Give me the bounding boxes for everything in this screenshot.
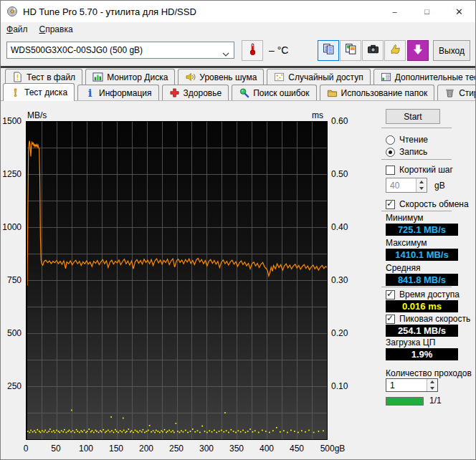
left-axis-unit: MB/s <box>27 110 47 120</box>
burst-rate-checkbox[interactable] <box>386 315 395 324</box>
health-icon <box>169 87 180 98</box>
separator <box>381 128 452 128</box>
tab-erase[interactable]: Стирание <box>437 85 476 100</box>
folder-usage-icon <box>327 87 338 98</box>
passes-stepper[interactable]: 1 <box>386 378 438 392</box>
spin-down-icon[interactable] <box>427 385 437 392</box>
bottom-tick: 400 <box>260 444 274 454</box>
stride-spin-buttons[interactable] <box>416 178 427 192</box>
screenshot-button[interactable] <box>362 40 384 61</box>
tab-disk-monitor[interactable]: Монитор Диска <box>85 69 175 85</box>
average-value: 841.8 MB/s <box>386 274 458 286</box>
bottom-tick: 0 <box>24 444 29 454</box>
donate-hand-icon <box>389 43 401 58</box>
benchmark-chart <box>26 121 328 440</box>
checkbox-transfer-rate[interactable]: Скорость обмена <box>386 199 469 209</box>
access-time-label: Время доступа <box>399 289 460 300</box>
download-button[interactable] <box>407 40 429 61</box>
bottom-tick: 450 <box>290 444 304 454</box>
spin-up-icon[interactable] <box>416 178 427 186</box>
toolbar-separator <box>1 66 475 68</box>
separator <box>381 211 452 211</box>
average-label: Средняя <box>386 263 420 273</box>
menu-bar: Файл Справка <box>1 22 475 37</box>
short-stride-checkbox[interactable] <box>386 166 395 175</box>
app-icon <box>6 6 18 17</box>
right-tick: 0.50 <box>331 169 348 179</box>
separator <box>381 287 452 287</box>
title-bar: HD Tune Pro 5.70 - утилита для HD/SSD – … <box>1 1 475 22</box>
left-tick: 1000 <box>2 222 22 232</box>
left-tick: 250 <box>7 381 22 391</box>
radio-write[interactable]: Запись <box>386 147 427 157</box>
donate-button[interactable] <box>384 40 406 61</box>
tab-label: Тест диска <box>24 87 67 97</box>
cpu-usage-value: 1.9% <box>386 348 458 360</box>
erase-icon <box>444 87 455 98</box>
burst-rate-value: 254.1 MB/s <box>386 325 458 337</box>
checkbox-access-time[interactable]: Время доступа <box>386 289 460 300</box>
tab-label: Тест в файл <box>27 72 75 82</box>
checkbox-short-stride[interactable]: Короткий шаг <box>386 165 453 175</box>
camera-icon <box>367 43 379 58</box>
left-tick: 1500 <box>2 116 22 126</box>
stride-value[interactable]: 40 <box>386 178 416 192</box>
minimize-button[interactable]: – <box>379 1 411 22</box>
tab-label: Здоровье <box>184 88 222 98</box>
minimum-value: 725.1 MB/s <box>386 224 458 236</box>
tab-file-test[interactable]: !Тест в файл <box>5 69 82 85</box>
right-tick: 0.30 <box>331 275 348 285</box>
tab-error-scan[interactable]: Поиск ошибок <box>232 85 316 100</box>
tab-label: Стирание <box>459 88 476 98</box>
tab-health[interactable]: Здоровье <box>162 85 229 100</box>
start-button[interactable]: Start <box>386 109 440 124</box>
menu-help[interactable]: Справка <box>34 22 79 37</box>
temperature-button[interactable] <box>242 40 263 61</box>
read-radio-circle[interactable] <box>386 135 395 145</box>
access-time-checkbox[interactable] <box>386 290 395 300</box>
read-radio-label: Чтение <box>399 135 428 145</box>
tab-random-access[interactable]: Случайный доступ <box>267 69 370 85</box>
write-radio-circle[interactable] <box>386 148 395 157</box>
tab-label: Уровень шума <box>199 72 257 82</box>
short-stride-label: Короткий шаг <box>399 165 453 175</box>
tab-noise-level[interactable]: Уровень шума <box>178 69 264 85</box>
separator <box>381 159 452 160</box>
tab-folder-usage[interactable]: Использование папок <box>320 85 435 100</box>
svg-text:!: ! <box>13 87 18 98</box>
random-access-icon <box>274 72 285 82</box>
tab-label: Поиск ошибок <box>253 88 309 98</box>
window-title: HD Tune Pro 5.70 - утилита для HD/SSD <box>23 6 196 17</box>
progress-fill <box>386 398 423 405</box>
stride-stepper[interactable]: 40 <box>386 178 427 193</box>
copy-text-button[interactable] <box>318 40 339 61</box>
tab-label: Информация <box>99 88 151 98</box>
spin-down-icon[interactable] <box>416 186 427 193</box>
exit-button[interactable]: Выход <box>433 40 470 61</box>
radio-read[interactable]: Чтение <box>386 135 428 145</box>
tab-extra-tests[interactable]: Дополнительные тесты <box>373 69 476 85</box>
svg-text:i: i <box>88 87 92 98</box>
error-scan-icon <box>239 87 249 98</box>
tab-info[interactable]: iИнформация <box>77 85 158 100</box>
tab-label: Использование папок <box>341 88 428 98</box>
drive-select-value: WDS500G3X0C-00SJG0 (500 gB) <box>11 45 143 55</box>
checkbox-burst-rate[interactable]: Пиковая скорость <box>386 314 470 324</box>
download-arrow-icon <box>412 44 424 58</box>
copy-image-button[interactable] <box>340 40 361 61</box>
transfer-rate-checkbox[interactable] <box>386 200 395 209</box>
menu-file[interactable]: Файл <box>1 22 34 37</box>
passes-spin-buttons[interactable] <box>427 379 437 391</box>
drive-select[interactable]: WDS500G3X0C-00SJG0 (500 gB) <box>6 42 234 59</box>
tab-label: Монитор Диска <box>107 72 168 82</box>
maximize-button[interactable]: □ <box>411 1 443 22</box>
right-tick: 0.40 <box>331 222 348 232</box>
spin-up-icon[interactable] <box>427 379 437 385</box>
burst-rate-label: Пиковая скорость <box>399 314 470 324</box>
passes-value[interactable]: 1 <box>386 379 427 391</box>
progress-text: 1/1 <box>429 396 442 406</box>
tab-disk-test[interactable]: !Тест диска <box>3 83 75 101</box>
bottom-tick: 100 <box>79 444 93 454</box>
close-button[interactable]: ✕ <box>443 1 475 22</box>
tab-label: Дополнительные тесты <box>395 72 476 82</box>
